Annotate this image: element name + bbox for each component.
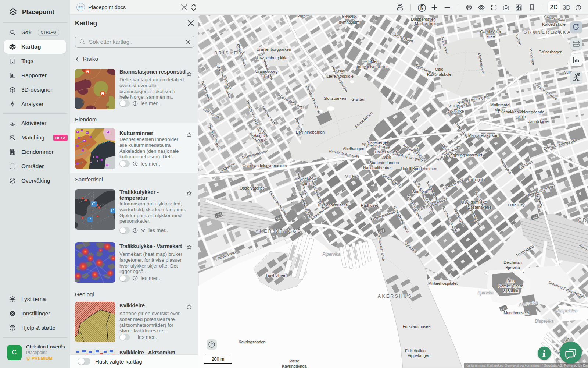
svg-text:gymnasium: gymnasium [339, 20, 359, 24]
svg-text:Vippetangen: Vippetangen [408, 353, 430, 358]
svg-text:Hotell Bondeheimen: Hotell Bondeheimen [401, 166, 437, 171]
svg-text:Oslo handelsgymnasium: Oslo handelsgymnasium [243, 163, 287, 168]
svg-text:i Oslo: i Oslo [381, 155, 391, 159]
svg-text:Rådhuset: Rådhuset [361, 203, 378, 208]
svg-text:Kavringdynga: Kavringdynga [282, 364, 307, 368]
svg-text:GRÜNERLØKKA: GRÜNERLØKKA [524, 30, 572, 35]
svg-text:Abelhaugen: Abelhaugen [343, 146, 365, 151]
svg-text:Uranienborgparken: Uranienborgparken [257, 47, 291, 52]
svg-text:skole: skole [516, 114, 526, 119]
svg-text:Grünerhagen: Grünerhagen [539, 50, 563, 54]
svg-text:Markus kirke: Markus kirke [415, 21, 438, 26]
svg-text:N: N [420, 6, 424, 11]
svg-text:Kristelig: Kristelig [342, 15, 356, 19]
svg-text:Den: Den [507, 279, 514, 283]
svg-text:Deichman: Deichman [503, 260, 522, 265]
svg-text:Slottsparken: Slottsparken [323, 96, 346, 100]
svg-text:Østre: Østre [290, 359, 300, 363]
svg-text:Dalsbergstien: Dalsbergstien [411, 17, 435, 21]
svg-text:Norske Opera: Norske Opera [498, 284, 524, 288]
svg-text:Fiskehallen: Fiskehallen [405, 348, 426, 353]
svg-text:Bispekilen: Bispekilen [557, 308, 578, 314]
svg-text:Pipervika: Pipervika [322, 252, 341, 257]
svg-text:Kofoed skole: Kofoed skole [542, 22, 566, 26]
svg-text:Munchmuseet: Munchmuseet [503, 311, 529, 315]
svg-text:kirke: kirke [486, 34, 495, 39]
svg-text:Observatoriet: Observatoriet [240, 186, 264, 190]
svg-text:Møllergata: Møllergata [490, 103, 510, 107]
svg-text:Regjeringskvartalet: Regjeringskvartalet [448, 153, 482, 157]
svg-text:Nationaltheatret: Nationaltheatret [363, 166, 392, 170]
svg-text:Forsvarsmuseet: Forsvarsmuseet [403, 324, 432, 329]
svg-text:Jacob kirke: Jacob kirke [528, 119, 549, 124]
svg-text:Oslo: Oslo [435, 67, 444, 71]
svg-text:Bjørvika: Bjørvika [477, 290, 494, 296]
svg-text:Elvebakken videregående: Elvebakken videregående [498, 110, 545, 114]
svg-text:VIKA: VIKA [345, 174, 360, 179]
svg-text:Militærhospitalet: Militærhospitalet [428, 281, 458, 286]
svg-text:?: ? [211, 342, 213, 347]
svg-text:& Ballett: & Ballett [503, 289, 519, 293]
svg-text:BRISKEBY: BRISKEBY [214, 50, 247, 56]
svg-text:Bispevika: Bispevika [535, 319, 554, 324]
svg-text:AKER BRYGGE: AKER BRYGGE [255, 229, 302, 234]
svg-text:Bjørvika: Bjørvika [505, 265, 520, 270]
svg-text:Tjuvholmen: Tjuvholmen [266, 273, 287, 277]
svg-text:storbyuniversitetet: storbyuniversitetet [355, 64, 387, 69]
svg-text:Studenterlunden: Studenterlunden [369, 160, 399, 165]
svg-text:Oslo City: Oslo City [508, 203, 525, 207]
svg-text:Tolbugata: Tolbugata [469, 178, 485, 182]
svg-text:Gamle Aker: Gamle Aker [480, 29, 501, 34]
svg-text:GR: GR [578, 217, 588, 223]
svg-text:Kavringsanden: Kavringsanden [239, 340, 265, 344]
svg-text:Grøtten: Grøtten [351, 97, 365, 102]
svg-text:Margaretakyrkan: Margaretakyrkan [468, 133, 499, 138]
svg-text:AKERSHUS: AKERSHUS [378, 294, 412, 299]
svg-text:OsloMet -: OsloMet - [362, 59, 380, 64]
